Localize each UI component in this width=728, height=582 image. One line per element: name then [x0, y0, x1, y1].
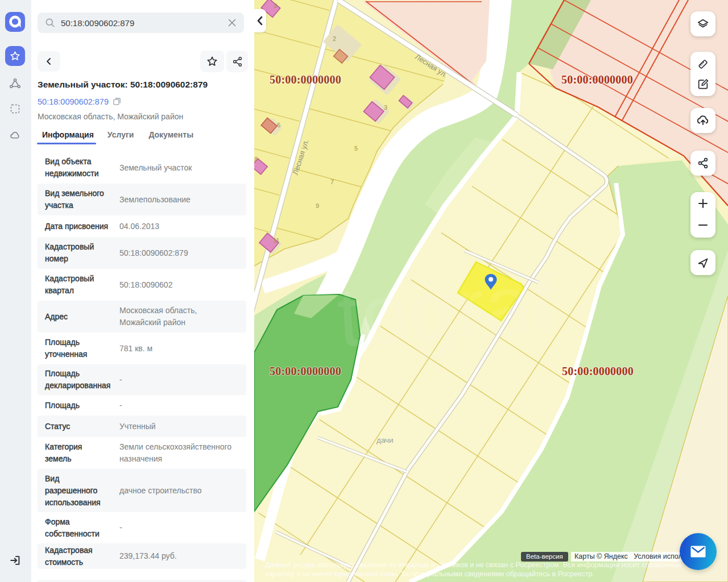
svg-text:11: 11: [273, 237, 279, 244]
svg-text:8: 8: [254, 156, 258, 163]
svg-text:3: 3: [274, 2, 277, 9]
svg-text:2: 2: [333, 35, 336, 42]
svg-text:дачи: дачи: [377, 436, 394, 444]
svg-text:5: 5: [354, 145, 358, 152]
svg-text:9: 9: [316, 202, 319, 209]
svg-text:50:00:0000000: 50:00:0000000: [270, 365, 341, 377]
svg-text:50:00:0000000: 50:00:0000000: [270, 73, 341, 86]
svg-text:50:00:0000000: 50:00:0000000: [561, 73, 633, 86]
svg-text:50:00:0000000: 50:00:0000000: [562, 365, 634, 377]
svg-text:6: 6: [277, 122, 280, 128]
svg-text:3: 3: [384, 104, 387, 111]
svg-text:tograf: tograf: [334, 255, 559, 365]
svg-text:7: 7: [330, 178, 334, 185]
